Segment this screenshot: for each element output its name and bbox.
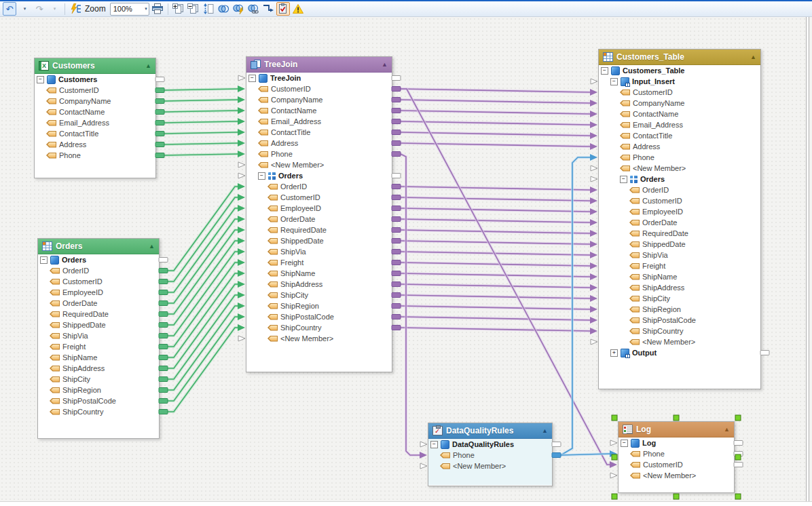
minus-expander-icon[interactable]: − (37, 76, 44, 83)
minus-expander-icon[interactable]: − (620, 176, 627, 183)
connect-matching-children-button[interactable] (217, 2, 230, 16)
row-address[interactable]: Address (246, 138, 392, 149)
undo-history-dropdown[interactable]: ▾ (18, 2, 31, 16)
row-phone[interactable]: Phone (246, 149, 392, 159)
row-customerid[interactable]: CustomerID (246, 83, 392, 94)
component-header[interactable]: Customers ▲ (35, 58, 155, 74)
row-phone[interactable]: Phone (428, 450, 552, 461)
row-shippostalcode[interactable]: ShipPostalCode (599, 315, 760, 326)
row-freight[interactable]: Freight (599, 260, 760, 271)
row-phone[interactable]: Phone (619, 448, 734, 459)
row-shipname[interactable]: ShipName (38, 352, 159, 363)
row-shippostalcode[interactable]: ShipPostalCode (38, 395, 159, 406)
row-shipaddress[interactable]: ShipAddress (246, 279, 392, 290)
row-shipregion[interactable]: ShipRegion (599, 304, 760, 315)
row-customerid[interactable]: CustomerID (35, 85, 155, 96)
row-address[interactable]: Address (35, 139, 155, 150)
auto-connect-equal-names-button[interactable] (246, 2, 260, 16)
row-email-address[interactable]: Email_Address (35, 117, 155, 128)
validate-mapping-button[interactable] (276, 2, 290, 16)
row-address[interactable]: Address (599, 141, 760, 152)
row-employeeid[interactable]: EmployeeID (38, 287, 159, 298)
collapse-toggle-icon[interactable]: ▲ (145, 63, 151, 69)
row-shipcity[interactable]: ShipCity (246, 290, 392, 300)
row-contacttitle[interactable]: ContactTitle (246, 127, 392, 138)
autosize-component-button[interactable] (202, 2, 215, 16)
component-log[interactable]: Log ▲ −LogPhoneCustomerID<New Member> (618, 421, 735, 493)
row-contactname[interactable]: ContactName (246, 105, 392, 116)
row-employeeid[interactable]: EmployeeID (599, 206, 760, 217)
row-new-member[interactable]: <New Member> (619, 470, 734, 481)
row-shippeddate[interactable]: ShippedDate (246, 235, 392, 246)
row-shippostalcode[interactable]: ShipPostalCode (246, 311, 392, 322)
auto-connect-button[interactable] (69, 2, 82, 16)
expand-all-button[interactable] (172, 2, 185, 16)
row-shipvia[interactable]: ShipVia (38, 330, 159, 341)
row-log[interactable]: −Log (619, 437, 734, 448)
collapse-toggle-icon[interactable]: ▲ (750, 54, 756, 60)
row-shipcity[interactable]: ShipCity (38, 374, 159, 385)
collapse-all-button[interactable] (187, 2, 200, 16)
row-orders[interactable]: −Orders (38, 254, 159, 265)
row-contactname[interactable]: ContactName (35, 106, 155, 117)
row-new-member[interactable]: <New Member> (246, 333, 392, 344)
row-email-address[interactable]: Email_Address (246, 116, 392, 127)
undo-button[interactable]: ↶ (3, 2, 16, 16)
row-shipvia[interactable]: ShipVia (599, 250, 760, 260)
vertical-scrollbar[interactable] (806, 17, 809, 501)
row-companyname[interactable]: CompanyName (35, 96, 155, 106)
component-header[interactable]: TreeJoin ▲ (246, 57, 392, 73)
row-email-address[interactable]: Email_Address (599, 119, 760, 130)
row-new-member[interactable]: <New Member> (428, 461, 552, 471)
row-employeeid[interactable]: EmployeeID (246, 203, 392, 214)
row-requireddate[interactable]: RequiredDate (599, 228, 760, 239)
minus-expander-icon[interactable]: − (601, 67, 608, 75)
minus-expander-icon[interactable]: − (40, 256, 48, 264)
zoom-select[interactable]: 100% ▾ (110, 3, 149, 16)
horizontal-scrollbar[interactable] (0, 501, 812, 506)
component-treejoin[interactable]: TreeJoin ▲ −TreeJoinCustomerIDCompanyNam… (246, 56, 392, 372)
collapse-toggle-icon[interactable]: ▲ (382, 62, 388, 68)
component-header[interactable]: DataQualityRules ▲ (428, 423, 552, 439)
row-shipregion[interactable]: ShipRegion (38, 385, 159, 395)
collapse-toggle-icon[interactable]: ▲ (542, 428, 548, 434)
component-customers-table[interactable]: Customers_Table ▲ −Customers_Table−Input… (598, 49, 761, 389)
minus-expander-icon[interactable]: − (258, 172, 265, 180)
row-orderid[interactable]: OrderID (38, 265, 159, 276)
row-dataqualityrules[interactable]: −DataQualityRules (428, 439, 552, 450)
collapse-toggle-icon[interactable]: ▲ (149, 244, 155, 250)
row-orderid[interactable]: OrderID (246, 181, 392, 192)
row-shipname[interactable]: ShipName (599, 271, 760, 282)
component-header[interactable]: Customers_Table ▲ (599, 50, 760, 65)
component-dataqualityrules[interactable]: DataQualityRules ▲ −DataQualityRulesPhon… (428, 423, 553, 486)
row-shipname[interactable]: ShipName (246, 268, 392, 279)
row-customers-table[interactable]: −Customers_Table (599, 65, 760, 76)
row-shipcountry[interactable]: ShipCountry (246, 322, 392, 333)
row-orders[interactable]: −Orders (246, 170, 392, 181)
row-phone[interactable]: Phone (35, 150, 155, 161)
row-orders[interactable]: −Orders (599, 174, 760, 184)
minus-expander-icon[interactable]: − (430, 441, 438, 448)
row-shippeddate[interactable]: ShippedDate (38, 319, 159, 330)
redo-history-dropdown[interactable]: ▾ (48, 2, 61, 16)
row-freight[interactable]: Freight (38, 341, 159, 352)
connector-style-button[interactable] (261, 2, 275, 16)
minus-expander-icon[interactable]: − (610, 78, 618, 85)
row-shipaddress[interactable]: ShipAddress (599, 282, 760, 293)
row-treejoin[interactable]: −TreeJoin (246, 73, 392, 83)
row-new-member[interactable]: <New Member> (246, 159, 392, 170)
row-output[interactable]: +Output (599, 347, 760, 358)
row-customerid[interactable]: CustomerID (619, 459, 734, 470)
connect-matching-settings-button[interactable] (232, 2, 245, 16)
row-new-member[interactable]: <New Member> (599, 336, 760, 347)
row-contacttitle[interactable]: ContactTitle (35, 128, 155, 139)
row-customers[interactable]: −Customers (35, 74, 155, 85)
row-shipcountry[interactable]: ShipCountry (599, 326, 760, 336)
minus-expander-icon[interactable]: − (248, 75, 256, 82)
row-customerid[interactable]: CustomerID (599, 87, 760, 98)
row-shipcity[interactable]: ShipCity (599, 293, 760, 304)
row-orderdate[interactable]: OrderDate (38, 298, 159, 309)
row-requireddate[interactable]: RequiredDate (38, 309, 159, 319)
minus-expander-icon[interactable]: − (621, 440, 628, 447)
row-requireddate[interactable]: RequiredDate (246, 225, 392, 235)
